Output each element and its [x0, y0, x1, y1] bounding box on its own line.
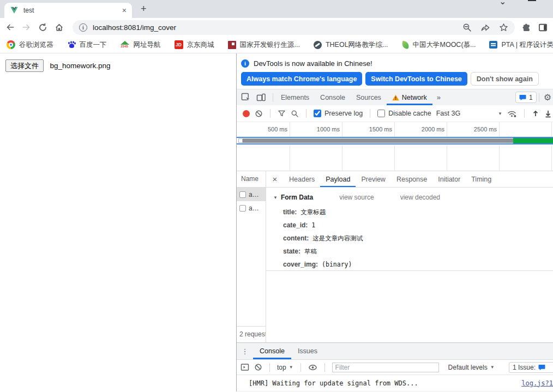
side-panel-icon[interactable] [538, 23, 548, 32]
preserve-log-checkbox[interactable]: Preserve log [314, 110, 363, 117]
address-bar[interactable]: i localhost:8081/img_cover [73, 20, 515, 35]
bookmark-item[interactable]: THEOL网络教学综... [314, 40, 388, 50]
issues-button[interactable]: 1 Issue: [509, 362, 553, 373]
preserve-log-input[interactable] [314, 110, 321, 117]
tab-initiator[interactable]: Initiator [432, 171, 466, 187]
form-data-entry: content:这是文章内容测试 [283, 235, 553, 242]
tab-preview[interactable]: Preview [356, 171, 390, 187]
inspect-element-icon[interactable] [241, 93, 251, 102]
switch-to-chinese-button[interactable]: Switch DevTools to Chinese [365, 72, 467, 86]
network-toolbar: Preserve log Disable cache Fast 3G ▼ [237, 105, 553, 122]
drawer-menu-icon[interactable]: ⋮ [237, 343, 253, 359]
minimize-window-icon[interactable] [528, 0, 536, 1]
bookmark-item[interactable]: 国家开发银行生源... [228, 40, 300, 50]
forward-icon[interactable] [22, 23, 31, 32]
url-text[interactable]: localhost:8081/img_cover [93, 23, 176, 32]
reload-icon[interactable] [38, 23, 47, 32]
tab-payload[interactable]: Payload [320, 171, 356, 187]
network-overview-strip[interactable] [237, 136, 553, 145]
throttling-select[interactable]: Fast 3G [436, 110, 460, 117]
browser-toolbar: i localhost:8081/img_cover [0, 18, 553, 37]
timeline-tick: 2500 ms [463, 126, 497, 132]
overview-activity-bar [238, 138, 513, 143]
bookmark-item[interactable]: 网址导航 [121, 40, 161, 50]
disable-cache-input[interactable] [377, 110, 385, 117]
page-info-icon[interactable]: i [79, 23, 87, 32]
bookmark-item[interactable]: 谷歌浏览器 [7, 40, 53, 50]
timeline-ruler: 500 ms 1000 ms 1500 ms 2000 ms 2500 ms [237, 122, 553, 136]
tab-search-icon[interactable]: ⌄ [499, 0, 506, 7]
bookmark-item[interactable]: 百度一下 [67, 40, 107, 50]
browser-tab[interactable]: test × [4, 3, 132, 18]
request-checkbox[interactable] [239, 205, 246, 212]
live-expression-eye-icon[interactable] [308, 364, 317, 371]
search-icon[interactable] [291, 110, 299, 118]
details-tabbar: × Headers Payload Preview Response Initi… [266, 171, 553, 188]
more-tabs-icon[interactable]: » [432, 89, 445, 105]
bookmark-star-icon[interactable] [499, 23, 508, 32]
devtools-panel: i DevTools is now available in Chinese! … [236, 53, 553, 391]
tab-sources[interactable]: Sources [351, 89, 387, 105]
export-har-icon[interactable] [544, 110, 552, 118]
bookmark-item[interactable]: 中国大学MOOC(慕... [402, 40, 476, 50]
tab-network[interactable]: Network [387, 89, 432, 105]
disclosure-triangle-icon[interactable]: ▼ [273, 195, 278, 200]
devtools-infobar: i DevTools is now available in Chinese! … [237, 53, 553, 89]
throttling-caret-icon[interactable]: ▼ [498, 111, 502, 116]
console-source-link[interactable]: log.js?1 [521, 379, 553, 387]
dont-show-again-button[interactable]: Don't show again [471, 72, 539, 86]
issues-counter[interactable]: 1 [515, 92, 537, 103]
warning-triangle-icon [392, 94, 399, 101]
clear-network-icon[interactable] [255, 110, 263, 118]
close-details-icon[interactable]: × [266, 171, 284, 187]
back-icon[interactable] [5, 23, 15, 32]
bookmark-item[interactable]: PTA | 程序设计类实... [489, 40, 553, 50]
issue-bubble-icon [538, 364, 545, 371]
console-drawer: ⋮ Console Issues top ▼ [237, 342, 553, 391]
request-row[interactable]: a… [237, 201, 266, 215]
vue-favicon-icon [10, 7, 19, 15]
waterfall-area [237, 145, 553, 171]
form-data-title[interactable]: Form Data [281, 194, 313, 201]
bookmark-item[interactable]: JD京东商城 [175, 40, 214, 50]
share-icon[interactable] [480, 23, 490, 32]
new-tab-button[interactable]: + [141, 3, 147, 15]
request-checkbox[interactable] [239, 191, 246, 198]
bank-logo-icon [228, 41, 236, 49]
default-levels-select[interactable]: Default levels ▼ [448, 364, 495, 371]
tab-elements[interactable]: Elements [275, 89, 315, 105]
home-icon[interactable] [55, 23, 64, 32]
drawer-tab-console[interactable]: Console [253, 343, 291, 359]
context-selector[interactable]: top ▼ [277, 364, 293, 371]
tab-response[interactable]: Response [391, 171, 432, 187]
clear-console-icon[interactable] [254, 363, 262, 371]
drawer-tab-issues[interactable]: Issues [291, 343, 324, 359]
infobar-message: DevTools is now available in Chinese! [254, 59, 372, 68]
console-toolbar: top ▼ Default levels ▼ 1 Issue: [237, 360, 553, 375]
name-column-header[interactable]: Name [237, 171, 266, 188]
import-har-icon[interactable] [532, 110, 539, 118]
console-filter-input[interactable] [332, 363, 439, 372]
settings-gear-icon[interactable]: ⚙ [542, 92, 553, 102]
filter-funnel-icon[interactable] [278, 110, 286, 117]
zoom-out-icon[interactable] [462, 23, 472, 32]
tab-timing[interactable]: Timing [466, 171, 497, 187]
baidu-paw-icon [67, 40, 76, 49]
timeline-tick: 1500 ms [358, 126, 392, 132]
record-button[interactable] [243, 110, 250, 117]
timeline-tick: 2000 ms [411, 126, 444, 132]
tab-headers[interactable]: Headers [284, 171, 320, 187]
choose-file-button[interactable]: 选择文件 [5, 59, 44, 72]
info-icon: i [241, 59, 249, 68]
view-decoded-link[interactable]: view decoded [400, 194, 440, 201]
match-language-button[interactable]: Always match Chrome's language [241, 72, 362, 86]
tab-console[interactable]: Console [315, 89, 351, 105]
device-toolbar-icon[interactable] [256, 93, 266, 102]
view-source-link[interactable]: view source [339, 194, 374, 201]
console-sidebar-icon[interactable] [241, 363, 249, 371]
request-row[interactable]: a… [237, 188, 266, 201]
network-conditions-icon[interactable] [507, 110, 517, 118]
disable-cache-checkbox[interactable]: Disable cache [377, 110, 431, 117]
extensions-puzzle-icon[interactable] [522, 23, 531, 32]
close-tab-icon[interactable]: × [122, 7, 127, 14]
